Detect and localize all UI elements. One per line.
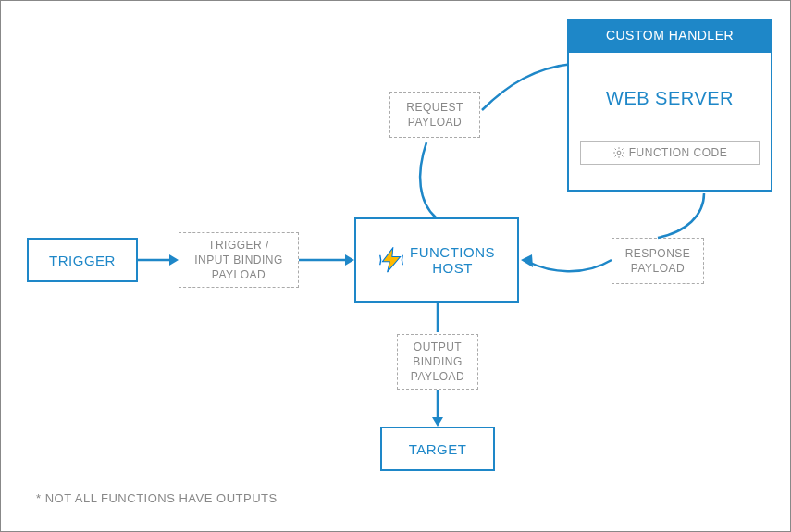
arrow-host-to-request <box>408 138 454 221</box>
target-label: TARGET <box>409 441 467 457</box>
svg-line-11 <box>614 149 615 150</box>
request-payload-node: REQUEST PAYLOAD <box>389 92 480 138</box>
footnote-text: * NOT ALL FUNCTIONS HAVE OUTPUTS <box>36 491 278 505</box>
input-payload-label: TRIGGER / INPUT BINDING PAYLOAD <box>194 238 283 283</box>
svg-line-14 <box>622 149 623 150</box>
web-server-node: WEB SERVER FUNCTION CODE <box>567 51 772 192</box>
arrow-host-to-output <box>428 303 447 336</box>
web-server-label: WEB SERVER <box>606 88 734 109</box>
arrow-response-to-host <box>519 249 615 286</box>
custom-handler-header: CUSTOM HANDLER <box>567 19 772 51</box>
output-payload-label: OUTPUT BINDING PAYLOAD <box>411 340 464 385</box>
response-payload-node: RESPONSE PAYLOAD <box>612 238 704 284</box>
output-payload-node: OUTPUT BINDING PAYLOAD <box>397 334 478 390</box>
functions-host-label: FUNCTIONS HOST <box>410 244 495 276</box>
function-code-label: FUNCTION CODE <box>629 146 728 159</box>
svg-line-12 <box>622 155 623 156</box>
custom-handler-header-label: CUSTOM HANDLER <box>606 28 734 43</box>
svg-marker-4 <box>382 248 400 272</box>
response-payload-label: RESPONSE PAYLOAD <box>625 246 691 276</box>
svg-marker-1 <box>169 254 179 266</box>
gear-icon <box>612 146 625 159</box>
target-node: TARGET <box>380 427 495 471</box>
svg-line-13 <box>614 155 615 156</box>
functions-host-node: FUNCTIONS HOST <box>354 217 519 303</box>
arrow-trigger-to-input <box>138 251 179 269</box>
lightning-icon <box>378 247 404 273</box>
function-code-node: FUNCTION CODE <box>580 141 760 165</box>
arrow-input-to-host <box>299 251 354 269</box>
svg-marker-15 <box>521 254 533 267</box>
footnote-label: * NOT ALL FUNCTIONS HAVE OUTPUTS <box>36 491 278 505</box>
trigger-label: TRIGGER <box>49 253 116 268</box>
svg-marker-3 <box>345 254 354 266</box>
arrow-handler-to-response <box>649 192 723 242</box>
diagram-canvas: TRIGGER TRIGGER / INPUT BINDING PAYLOAD … <box>0 0 791 532</box>
request-payload-label: REQUEST PAYLOAD <box>406 100 463 130</box>
trigger-node: TRIGGER <box>27 238 138 282</box>
svg-point-6 <box>617 151 621 155</box>
arrow-output-to-target <box>428 390 447 427</box>
svg-marker-18 <box>432 417 443 427</box>
input-payload-node: TRIGGER / INPUT BINDING PAYLOAD <box>179 232 299 288</box>
